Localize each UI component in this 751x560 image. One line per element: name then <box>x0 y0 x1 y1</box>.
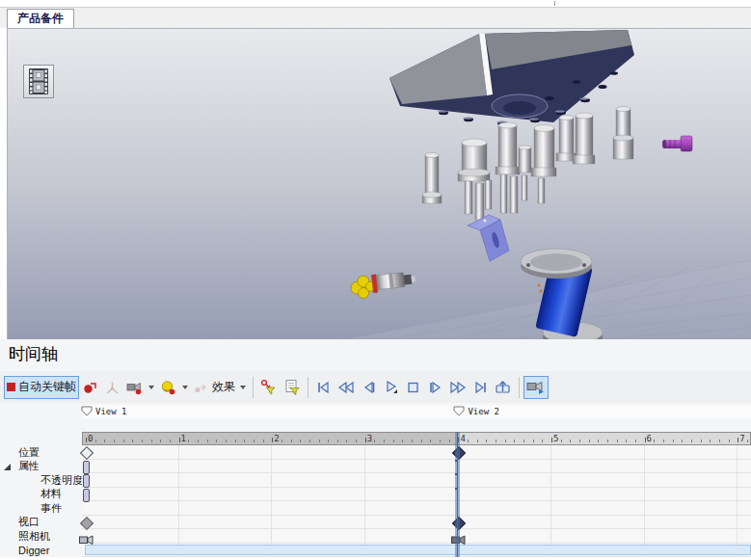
ruler-tick <box>356 440 357 442</box>
ruler-tick-label: 1 <box>181 434 186 443</box>
ruler-tick <box>179 438 180 442</box>
part-pin-1[interactable] <box>422 153 442 204</box>
view-marker[interactable]: View 1 <box>81 405 127 418</box>
auto-keyframe-label: 自动关键帧 <box>18 379 76 395</box>
ruler-tick <box>272 438 273 442</box>
track-label[interactable]: 属性 <box>0 460 82 474</box>
camera-playback-mode-button[interactable] <box>523 376 549 399</box>
ruler-tick <box>701 440 702 442</box>
ruler-tick <box>542 440 543 442</box>
ruler-tick <box>477 440 478 442</box>
part-pin-7[interactable] <box>573 113 595 164</box>
ruler-tick <box>719 440 720 442</box>
go-to-end-button[interactable] <box>469 376 492 399</box>
light-keyframe-button[interactable] <box>157 376 191 399</box>
keyframe[interactable] <box>83 489 90 502</box>
auto-keyframe-button[interactable]: 自动关键帧 <box>4 376 79 399</box>
document-tab-bar: 产品备件 <box>0 8 751 28</box>
ruler-tick <box>551 438 552 442</box>
ruler-tick <box>365 438 366 442</box>
part-pin-6[interactable] <box>556 116 576 162</box>
go-start-icon <box>315 381 332 394</box>
ruler-tick <box>654 440 655 442</box>
filter-keyframes-button[interactable] <box>257 376 281 399</box>
animation-view-button[interactable] <box>23 65 54 98</box>
keyframe[interactable] <box>80 516 94 529</box>
timeline-ruler[interactable]: 01234567 <box>82 432 751 445</box>
ruler-tick <box>104 440 105 442</box>
light-keyframe-dropdown-icon[interactable] <box>182 386 188 389</box>
ruler-tick <box>300 440 301 442</box>
document-tab[interactable]: 产品备件 <box>7 9 74 28</box>
set-keyframe-button[interactable] <box>79 376 101 399</box>
ruler-tick <box>607 440 608 442</box>
effects-label: 效果 <box>212 379 235 395</box>
track-label[interactable]: 位置 <box>0 445 82 460</box>
fast-forward-icon <box>449 381 467 394</box>
stop-button[interactable] <box>402 376 424 399</box>
ruler-tick <box>533 440 534 442</box>
go-to-start-button[interactable] <box>312 376 335 399</box>
camera-keyframe-button[interactable] <box>123 376 157 399</box>
ruler-tick <box>207 440 208 442</box>
toolbar-separator <box>519 377 520 398</box>
filter-properties-button[interactable] <box>281 376 304 399</box>
effects-icon <box>194 380 209 395</box>
step-back-button[interactable] <box>358 376 380 399</box>
digger-range-bar[interactable] <box>85 545 751 555</box>
splitter-grip[interactable] <box>554 1 555 6</box>
keyframe[interactable] <box>80 446 94 460</box>
ruler-tick-label: 7 <box>739 434 744 443</box>
track-row: 属性 <box>0 460 751 474</box>
view-marker[interactable]: View 2 <box>453 405 499 418</box>
ruler-tick <box>309 440 310 442</box>
track-label[interactable]: Digger <box>0 544 82 558</box>
save-video-icon <box>495 380 512 394</box>
ruler-tick <box>729 440 730 442</box>
keyframe[interactable] <box>83 461 90 474</box>
rewind-button[interactable] <box>335 376 358 399</box>
save-video-button[interactable] <box>492 376 515 399</box>
ruler-tick <box>188 440 189 442</box>
move-keyframe-button[interactable] <box>101 376 123 399</box>
part-pin-8[interactable] <box>613 107 633 160</box>
track-lane <box>82 488 751 502</box>
play-button[interactable] <box>380 376 402 399</box>
track-label[interactable]: 事件 <box>0 501 82 516</box>
filter-key-icon <box>260 379 278 395</box>
ruler-tick <box>263 440 264 442</box>
ruler-tick <box>142 440 143 442</box>
step-forward-button[interactable] <box>424 376 446 399</box>
camera-keyframe-dropdown-icon[interactable] <box>148 386 154 389</box>
track-row: 位置 <box>0 445 751 460</box>
effects-button[interactable]: 效果 <box>191 376 249 399</box>
track-row: 不透明度 <box>0 473 751 488</box>
track-label[interactable]: 材料 <box>0 488 82 502</box>
ruler-tick <box>337 440 338 442</box>
top-splitter-strip[interactable] <box>0 0 751 8</box>
ruler-tick <box>114 440 115 442</box>
track-expander-icon[interactable] <box>4 464 11 470</box>
track-label[interactable]: 照相机 <box>0 529 82 544</box>
playhead[interactable] <box>455 432 460 557</box>
ruler-tick <box>95 440 96 442</box>
track-row: 视口 <box>0 516 751 530</box>
track-label[interactable]: 不透明度 <box>0 473 82 488</box>
track-label[interactable]: 视口 <box>0 516 82 530</box>
ruler-tick <box>374 440 375 442</box>
track-row: 照相机 <box>0 529 751 544</box>
ruler-tick <box>589 440 590 442</box>
move-keyframe-icon <box>104 380 121 395</box>
ruler-tick <box>319 440 320 442</box>
ruler-tick <box>440 440 441 442</box>
effects-dropdown-icon[interactable] <box>240 386 246 389</box>
fast-forward-button[interactable] <box>446 376 469 399</box>
ruler-tick <box>635 440 636 442</box>
timeline-panel: 时间轴 自动关键帧 <box>0 339 751 560</box>
ruler-tick-label: 6 <box>647 434 652 443</box>
viewport-3d[interactable] <box>7 28 751 339</box>
keyframe[interactable] <box>83 474 90 488</box>
app-window: 产品备件 <box>0 0 751 560</box>
view-marker-icon <box>81 403 93 420</box>
set-keyframe-icon <box>82 380 98 395</box>
